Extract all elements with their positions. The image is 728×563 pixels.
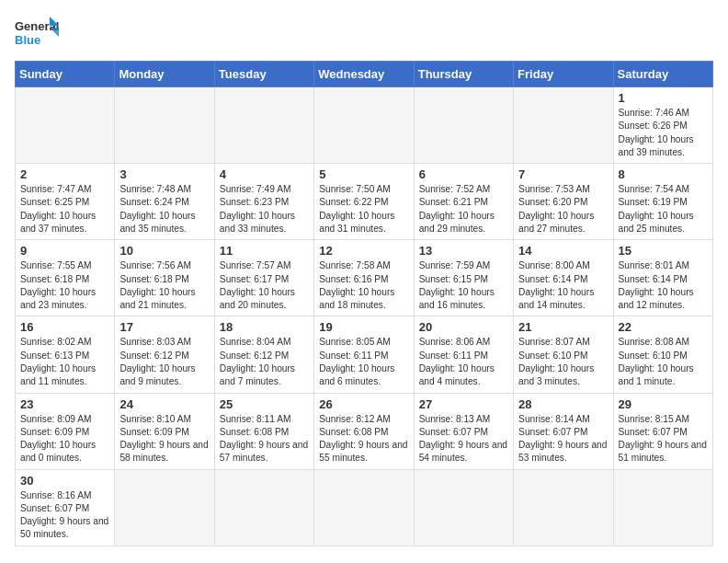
day-info: Sunrise: 8:15 AM Sunset: 6:07 PM Dayligh… (619, 413, 708, 465)
day-info: Sunrise: 7:57 AM Sunset: 6:17 PM Dayligh… (220, 259, 309, 312)
day-info: Sunrise: 8:10 AM Sunset: 6:09 PM Dayligh… (119, 413, 209, 465)
day-number: 12 (319, 244, 408, 258)
day-info: Sunrise: 8:00 AM Sunset: 6:14 PM Dayligh… (518, 259, 608, 312)
calendar-cell: 6Sunrise: 7:52 AM Sunset: 6:21 PM Daylig… (414, 164, 513, 240)
calendar-cell: 10Sunrise: 7:56 AM Sunset: 6:18 PM Dayli… (115, 240, 214, 316)
calendar-cell (514, 469, 613, 546)
calendar-cell: 27Sunrise: 8:13 AM Sunset: 6:07 PM Dayli… (414, 393, 513, 469)
calendar-cell: 1Sunrise: 7:46 AM Sunset: 6:26 PM Daylig… (613, 87, 712, 164)
day-number: 20 (419, 320, 508, 334)
day-header-saturday: Saturday (613, 62, 712, 87)
day-number: 21 (518, 320, 608, 334)
day-info: Sunrise: 7:53 AM Sunset: 6:20 PM Dayligh… (518, 183, 608, 236)
calendar-week-4: 16Sunrise: 8:02 AM Sunset: 6:13 PM Dayli… (16, 316, 713, 393)
calendar-week-2: 2Sunrise: 7:47 AM Sunset: 6:25 PM Daylig… (16, 164, 713, 240)
calendar-cell (214, 469, 313, 546)
calendar-cell: 4Sunrise: 7:49 AM Sunset: 6:23 PM Daylig… (214, 164, 313, 240)
calendar-cell: 15Sunrise: 8:01 AM Sunset: 6:14 PM Dayli… (613, 240, 712, 316)
day-info: Sunrise: 8:07 AM Sunset: 6:10 PM Dayligh… (518, 336, 608, 388)
calendar-cell (414, 87, 513, 164)
calendar-cell: 29Sunrise: 8:15 AM Sunset: 6:07 PM Dayli… (613, 393, 712, 469)
day-info: Sunrise: 7:50 AM Sunset: 6:22 PM Dayligh… (319, 183, 408, 236)
calendar-cell (613, 469, 712, 546)
calendar-cell (115, 469, 214, 546)
calendar-cell: 2Sunrise: 7:47 AM Sunset: 6:25 PM Daylig… (16, 164, 115, 240)
day-number: 30 (20, 474, 109, 488)
calendar-cell: 5Sunrise: 7:50 AM Sunset: 6:22 PM Daylig… (314, 164, 414, 240)
calendar-cell: 30Sunrise: 8:16 AM Sunset: 6:07 PM Dayli… (16, 469, 115, 546)
day-number: 11 (220, 244, 309, 258)
calendar-cell (514, 87, 613, 164)
day-number: 9 (20, 244, 109, 258)
day-header-friday: Friday (514, 62, 613, 87)
day-header-wednesday: Wednesday (314, 62, 414, 87)
day-header-monday: Monday (115, 62, 214, 87)
calendar-cell: 14Sunrise: 8:00 AM Sunset: 6:14 PM Dayli… (514, 240, 613, 316)
calendar-cell (16, 87, 115, 164)
day-number: 25 (220, 397, 309, 411)
day-info: Sunrise: 7:52 AM Sunset: 6:21 PM Dayligh… (419, 183, 508, 236)
day-number: 26 (319, 397, 408, 411)
day-number: 27 (419, 397, 508, 411)
calendar-cell: 16Sunrise: 8:02 AM Sunset: 6:13 PM Dayli… (16, 316, 115, 393)
calendar-cell: 26Sunrise: 8:12 AM Sunset: 6:08 PM Dayli… (314, 393, 414, 469)
logo-svg: GeneralBlue (15, 15, 61, 52)
svg-text:Blue: Blue (15, 33, 40, 47)
calendar-cell: 19Sunrise: 8:05 AM Sunset: 6:11 PM Dayli… (314, 316, 414, 393)
day-info: Sunrise: 7:56 AM Sunset: 6:18 PM Dayligh… (119, 259, 209, 312)
day-number: 17 (119, 320, 209, 334)
day-info: Sunrise: 7:49 AM Sunset: 6:23 PM Dayligh… (220, 183, 309, 236)
calendar-cell: 17Sunrise: 8:03 AM Sunset: 6:12 PM Dayli… (115, 316, 214, 393)
calendar-cell (314, 87, 414, 164)
calendar-header-row: SundayMondayTuesdayWednesdayThursdayFrid… (16, 62, 713, 87)
logo: GeneralBlue (15, 15, 61, 52)
calendar-cell (314, 469, 414, 546)
calendar-cell: 25Sunrise: 8:11 AM Sunset: 6:08 PM Dayli… (214, 393, 313, 469)
day-info: Sunrise: 8:11 AM Sunset: 6:08 PM Dayligh… (220, 413, 309, 465)
day-number: 3 (119, 167, 209, 181)
day-number: 16 (20, 320, 109, 334)
day-number: 10 (119, 244, 209, 258)
calendar-cell: 22Sunrise: 8:08 AM Sunset: 6:10 PM Dayli… (613, 316, 712, 393)
calendar-cell: 13Sunrise: 7:59 AM Sunset: 6:15 PM Dayli… (414, 240, 513, 316)
calendar-table: SundayMondayTuesdayWednesdayThursdayFrid… (15, 61, 713, 546)
calendar-cell: 11Sunrise: 7:57 AM Sunset: 6:17 PM Dayli… (214, 240, 313, 316)
day-header-tuesday: Tuesday (214, 62, 313, 87)
day-info: Sunrise: 8:08 AM Sunset: 6:10 PM Dayligh… (619, 336, 708, 388)
day-info: Sunrise: 8:14 AM Sunset: 6:07 PM Dayligh… (518, 413, 608, 465)
day-info: Sunrise: 8:03 AM Sunset: 6:12 PM Dayligh… (119, 336, 209, 388)
calendar-week-5: 23Sunrise: 8:09 AM Sunset: 6:09 PM Dayli… (16, 393, 713, 469)
day-number: 13 (419, 244, 508, 258)
calendar-cell: 18Sunrise: 8:04 AM Sunset: 6:12 PM Dayli… (214, 316, 313, 393)
calendar-cell: 21Sunrise: 8:07 AM Sunset: 6:10 PM Dayli… (514, 316, 613, 393)
day-number: 2 (20, 167, 109, 181)
day-info: Sunrise: 8:04 AM Sunset: 6:12 PM Dayligh… (220, 336, 309, 388)
day-header-sunday: Sunday (16, 62, 115, 87)
day-info: Sunrise: 8:02 AM Sunset: 6:13 PM Dayligh… (20, 336, 109, 388)
calendar-cell (115, 87, 214, 164)
calendar-cell: 23Sunrise: 8:09 AM Sunset: 6:09 PM Dayli… (16, 393, 115, 469)
day-number: 4 (220, 167, 309, 181)
day-info: Sunrise: 7:46 AM Sunset: 6:26 PM Dayligh… (619, 107, 708, 159)
day-number: 23 (20, 397, 109, 411)
day-number: 24 (119, 397, 209, 411)
calendar-cell: 24Sunrise: 8:10 AM Sunset: 6:09 PM Dayli… (115, 393, 214, 469)
calendar-cell: 7Sunrise: 7:53 AM Sunset: 6:20 PM Daylig… (514, 164, 613, 240)
day-info: Sunrise: 7:48 AM Sunset: 6:24 PM Dayligh… (119, 183, 209, 236)
calendar-week-6: 30Sunrise: 8:16 AM Sunset: 6:07 PM Dayli… (16, 469, 713, 546)
day-info: Sunrise: 7:58 AM Sunset: 6:16 PM Dayligh… (319, 259, 408, 312)
day-header-thursday: Thursday (414, 62, 513, 87)
day-info: Sunrise: 8:12 AM Sunset: 6:08 PM Dayligh… (319, 413, 408, 465)
calendar-cell: 28Sunrise: 8:14 AM Sunset: 6:07 PM Dayli… (514, 393, 613, 469)
day-info: Sunrise: 8:13 AM Sunset: 6:07 PM Dayligh… (419, 413, 508, 465)
day-info: Sunrise: 7:47 AM Sunset: 6:25 PM Dayligh… (20, 183, 109, 236)
day-number: 1 (619, 91, 708, 105)
calendar-cell: 12Sunrise: 7:58 AM Sunset: 6:16 PM Dayli… (314, 240, 414, 316)
day-number: 28 (518, 397, 608, 411)
day-info: Sunrise: 8:16 AM Sunset: 6:07 PM Dayligh… (20, 489, 109, 542)
calendar-cell: 3Sunrise: 7:48 AM Sunset: 6:24 PM Daylig… (115, 164, 214, 240)
day-number: 6 (419, 167, 508, 181)
day-info: Sunrise: 8:06 AM Sunset: 6:11 PM Dayligh… (419, 336, 508, 388)
day-number: 22 (619, 320, 708, 334)
calendar-cell (414, 469, 513, 546)
